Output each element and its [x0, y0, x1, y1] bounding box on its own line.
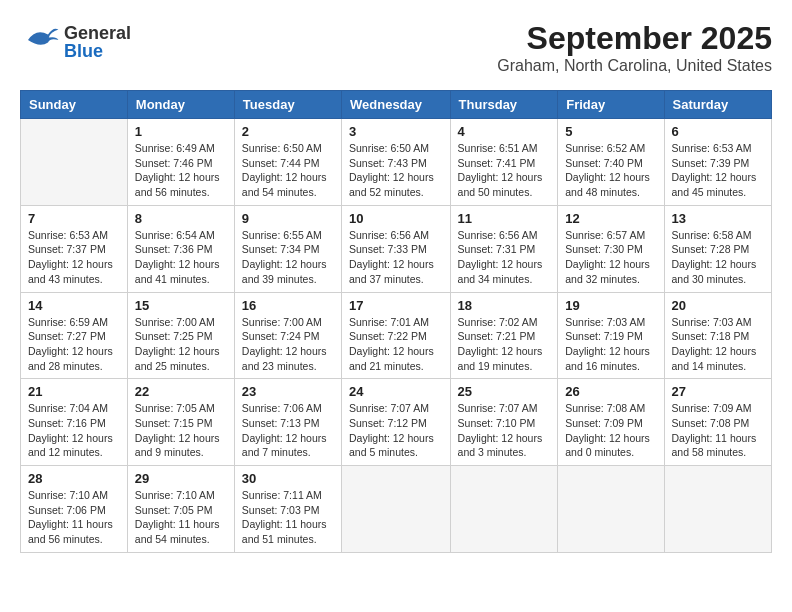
day-info: Sunrise: 7:07 AMSunset: 7:10 PMDaylight:…	[458, 401, 551, 460]
day-number: 17	[349, 298, 443, 313]
day-info: Sunrise: 6:49 AMSunset: 7:46 PMDaylight:…	[135, 141, 227, 200]
title-area: September 2025 Graham, North Carolina, U…	[497, 20, 772, 75]
day-info: Sunrise: 7:11 AMSunset: 7:03 PMDaylight:…	[242, 488, 334, 547]
day-info: Sunrise: 6:59 AMSunset: 7:27 PMDaylight:…	[28, 315, 120, 374]
calendar-cell: 23Sunrise: 7:06 AMSunset: 7:13 PMDayligh…	[234, 379, 341, 466]
calendar-cell: 30Sunrise: 7:11 AMSunset: 7:03 PMDayligh…	[234, 466, 341, 553]
calendar-cell: 18Sunrise: 7:02 AMSunset: 7:21 PMDayligh…	[450, 292, 558, 379]
calendar-cell: 26Sunrise: 7:08 AMSunset: 7:09 PMDayligh…	[558, 379, 664, 466]
calendar-header-thursday: Thursday	[450, 91, 558, 119]
day-info: Sunrise: 6:53 AMSunset: 7:37 PMDaylight:…	[28, 228, 120, 287]
day-info: Sunrise: 7:08 AMSunset: 7:09 PMDaylight:…	[565, 401, 656, 460]
day-number: 13	[672, 211, 764, 226]
day-number: 9	[242, 211, 334, 226]
calendar-table: SundayMondayTuesdayWednesdayThursdayFrid…	[20, 90, 772, 553]
day-info: Sunrise: 6:57 AMSunset: 7:30 PMDaylight:…	[565, 228, 656, 287]
calendar-cell	[558, 466, 664, 553]
day-number: 1	[135, 124, 227, 139]
day-number: 21	[28, 384, 120, 399]
day-info: Sunrise: 7:00 AMSunset: 7:24 PMDaylight:…	[242, 315, 334, 374]
calendar-cell: 25Sunrise: 7:07 AMSunset: 7:10 PMDayligh…	[450, 379, 558, 466]
calendar-cell: 24Sunrise: 7:07 AMSunset: 7:12 PMDayligh…	[342, 379, 451, 466]
logo-blue-text: Blue	[64, 42, 131, 60]
day-info: Sunrise: 7:10 AMSunset: 7:05 PMDaylight:…	[135, 488, 227, 547]
calendar-cell: 1Sunrise: 6:49 AMSunset: 7:46 PMDaylight…	[127, 119, 234, 206]
calendar-cell: 21Sunrise: 7:04 AMSunset: 7:16 PMDayligh…	[21, 379, 128, 466]
calendar-cell: 12Sunrise: 6:57 AMSunset: 7:30 PMDayligh…	[558, 205, 664, 292]
day-number: 20	[672, 298, 764, 313]
day-info: Sunrise: 7:02 AMSunset: 7:21 PMDaylight:…	[458, 315, 551, 374]
day-info: Sunrise: 7:06 AMSunset: 7:13 PMDaylight:…	[242, 401, 334, 460]
calendar-header-wednesday: Wednesday	[342, 91, 451, 119]
day-number: 29	[135, 471, 227, 486]
calendar-cell: 14Sunrise: 6:59 AMSunset: 7:27 PMDayligh…	[21, 292, 128, 379]
day-info: Sunrise: 6:51 AMSunset: 7:41 PMDaylight:…	[458, 141, 551, 200]
day-number: 18	[458, 298, 551, 313]
calendar-cell: 9Sunrise: 6:55 AMSunset: 7:34 PMDaylight…	[234, 205, 341, 292]
calendar-cell: 27Sunrise: 7:09 AMSunset: 7:08 PMDayligh…	[664, 379, 771, 466]
calendar-header-tuesday: Tuesday	[234, 91, 341, 119]
month-title: September 2025	[497, 20, 772, 57]
calendar-week-1: 1Sunrise: 6:49 AMSunset: 7:46 PMDaylight…	[21, 119, 772, 206]
calendar-cell	[450, 466, 558, 553]
day-info: Sunrise: 7:03 AMSunset: 7:18 PMDaylight:…	[672, 315, 764, 374]
calendar-cell: 3Sunrise: 6:50 AMSunset: 7:43 PMDaylight…	[342, 119, 451, 206]
calendar-header-friday: Friday	[558, 91, 664, 119]
day-number: 24	[349, 384, 443, 399]
day-number: 26	[565, 384, 656, 399]
day-number: 25	[458, 384, 551, 399]
calendar-cell: 11Sunrise: 6:56 AMSunset: 7:31 PMDayligh…	[450, 205, 558, 292]
day-number: 4	[458, 124, 551, 139]
day-info: Sunrise: 6:50 AMSunset: 7:44 PMDaylight:…	[242, 141, 334, 200]
calendar-cell: 16Sunrise: 7:00 AMSunset: 7:24 PMDayligh…	[234, 292, 341, 379]
calendar-cell: 17Sunrise: 7:01 AMSunset: 7:22 PMDayligh…	[342, 292, 451, 379]
day-number: 14	[28, 298, 120, 313]
calendar-cell	[664, 466, 771, 553]
calendar-cell: 29Sunrise: 7:10 AMSunset: 7:05 PMDayligh…	[127, 466, 234, 553]
logo-wordmark: General Blue	[64, 24, 131, 60]
day-number: 6	[672, 124, 764, 139]
day-info: Sunrise: 6:52 AMSunset: 7:40 PMDaylight:…	[565, 141, 656, 200]
calendar-header-saturday: Saturday	[664, 91, 771, 119]
day-info: Sunrise: 7:01 AMSunset: 7:22 PMDaylight:…	[349, 315, 443, 374]
logo-icon	[20, 20, 60, 64]
day-info: Sunrise: 7:04 AMSunset: 7:16 PMDaylight:…	[28, 401, 120, 460]
day-info: Sunrise: 6:55 AMSunset: 7:34 PMDaylight:…	[242, 228, 334, 287]
calendar-cell: 13Sunrise: 6:58 AMSunset: 7:28 PMDayligh…	[664, 205, 771, 292]
day-number: 23	[242, 384, 334, 399]
calendar-cell: 22Sunrise: 7:05 AMSunset: 7:15 PMDayligh…	[127, 379, 234, 466]
day-info: Sunrise: 7:05 AMSunset: 7:15 PMDaylight:…	[135, 401, 227, 460]
day-info: Sunrise: 7:07 AMSunset: 7:12 PMDaylight:…	[349, 401, 443, 460]
calendar-cell: 6Sunrise: 6:53 AMSunset: 7:39 PMDaylight…	[664, 119, 771, 206]
calendar-week-4: 21Sunrise: 7:04 AMSunset: 7:16 PMDayligh…	[21, 379, 772, 466]
day-number: 2	[242, 124, 334, 139]
calendar-cell: 28Sunrise: 7:10 AMSunset: 7:06 PMDayligh…	[21, 466, 128, 553]
day-number: 16	[242, 298, 334, 313]
day-info: Sunrise: 7:09 AMSunset: 7:08 PMDaylight:…	[672, 401, 764, 460]
calendar-cell: 15Sunrise: 7:00 AMSunset: 7:25 PMDayligh…	[127, 292, 234, 379]
day-number: 3	[349, 124, 443, 139]
day-number: 10	[349, 211, 443, 226]
day-number: 7	[28, 211, 120, 226]
location-title: Graham, North Carolina, United States	[497, 57, 772, 75]
calendar-cell: 20Sunrise: 7:03 AMSunset: 7:18 PMDayligh…	[664, 292, 771, 379]
calendar-cell: 8Sunrise: 6:54 AMSunset: 7:36 PMDaylight…	[127, 205, 234, 292]
calendar-cell: 2Sunrise: 6:50 AMSunset: 7:44 PMDaylight…	[234, 119, 341, 206]
day-info: Sunrise: 6:56 AMSunset: 7:33 PMDaylight:…	[349, 228, 443, 287]
header: General Blue September 2025 Graham, Nort…	[20, 20, 772, 75]
day-info: Sunrise: 6:54 AMSunset: 7:36 PMDaylight:…	[135, 228, 227, 287]
day-number: 27	[672, 384, 764, 399]
calendar-cell: 19Sunrise: 7:03 AMSunset: 7:19 PMDayligh…	[558, 292, 664, 379]
day-number: 15	[135, 298, 227, 313]
logo-general-text: General	[64, 24, 131, 42]
day-number: 28	[28, 471, 120, 486]
day-info: Sunrise: 7:03 AMSunset: 7:19 PMDaylight:…	[565, 315, 656, 374]
calendar-header-row: SundayMondayTuesdayWednesdayThursdayFrid…	[21, 91, 772, 119]
calendar-cell: 7Sunrise: 6:53 AMSunset: 7:37 PMDaylight…	[21, 205, 128, 292]
day-number: 12	[565, 211, 656, 226]
day-number: 5	[565, 124, 656, 139]
day-info: Sunrise: 6:58 AMSunset: 7:28 PMDaylight:…	[672, 228, 764, 287]
day-info: Sunrise: 7:00 AMSunset: 7:25 PMDaylight:…	[135, 315, 227, 374]
calendar-week-5: 28Sunrise: 7:10 AMSunset: 7:06 PMDayligh…	[21, 466, 772, 553]
calendar-header-monday: Monday	[127, 91, 234, 119]
